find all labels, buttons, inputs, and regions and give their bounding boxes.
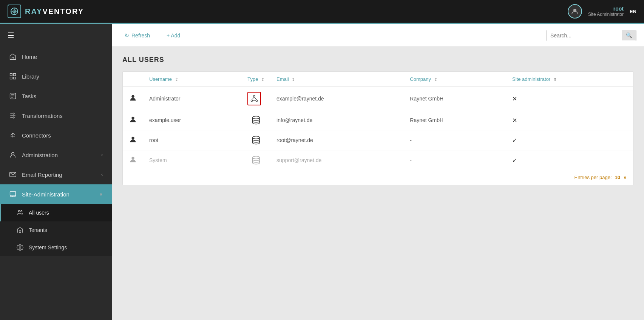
tenants-icon [17, 227, 23, 233]
svg-point-14 [12, 152, 14, 155]
col-site-admin[interactable]: Site administrator ⇕ [506, 72, 633, 87]
row-username-1: Administrator [143, 87, 241, 110]
page-title: ALL USERS [122, 56, 633, 64]
row-company-2: Raynet GmbH [404, 110, 506, 130]
refresh-button[interactable]: ↻ Refresh [119, 30, 155, 41]
col-email[interactable]: Email ⇕ [270, 72, 404, 87]
col-type[interactable]: Type ⇕ [241, 72, 270, 87]
library-icon [9, 73, 17, 80]
sidebar-item-site-administration[interactable]: Site-Administration ∨ [0, 184, 112, 204]
row-type-2 [241, 110, 270, 130]
row-company-1: Raynet GmbH [404, 87, 506, 110]
transformations-icon [9, 112, 17, 119]
topbar-right: root Site Administrator EN [568, 4, 636, 19]
svg-point-35 [252, 156, 259, 159]
site-admin-icon [9, 190, 17, 198]
sort-icon-company: ⇕ [434, 77, 437, 82]
email-reporting-icon [9, 171, 17, 178]
row-email-4: support@raynet.de [270, 150, 404, 170]
x-mark-1: ✕ [512, 96, 517, 102]
menu-toggle[interactable]: ☰ [0, 24, 112, 47]
sidebar-subitem-all-users[interactable]: All users [0, 204, 112, 221]
chevron-down-icon: ∨ [99, 192, 103, 197]
sidebar-subitem-label-system-settings: System Settings [29, 244, 103, 250]
user-info: root Site Administrator [588, 6, 624, 17]
sidebar-subitem-label-tenants: Tenants [29, 227, 103, 233]
row-site-admin-2: ✕ [506, 110, 633, 130]
chevron-right-icon: ‹ [101, 152, 103, 158]
row-avatar-4 [123, 150, 143, 170]
svg-point-20 [21, 210, 22, 212]
table-row[interactable]: Administrator [123, 87, 633, 110]
entries-per-page-value: 10 [615, 175, 620, 180]
table-footer: Entries per page: 10 ∨ [123, 170, 633, 185]
sidebar-item-transformations[interactable]: Transformations [0, 106, 112, 125]
sidebar-item-library[interactable]: Library [0, 66, 112, 86]
sort-icon-username: ⇕ [175, 77, 178, 82]
row-site-admin-4: ✓ [506, 150, 633, 170]
sidebar-item-administration[interactable]: Administration ‹ [0, 145, 112, 165]
sidebar-item-label-library: Library [22, 73, 103, 80]
row-username-2: example.user [143, 110, 241, 130]
administration-icon [9, 151, 17, 159]
sidebar-item-label-email-reporting: Email Reporting [22, 172, 96, 178]
main-content: ↻ Refresh + Add 🔍 ALL USERS [112, 24, 644, 320]
table-row[interactable]: example.user [123, 110, 633, 130]
x-mark-2: ✕ [512, 117, 517, 124]
check-mark-3: ✓ [512, 137, 517, 144]
sidebar-item-label-home: Home [22, 54, 103, 60]
logo-text: RAYVENTORY [25, 7, 84, 16]
row-site-admin-3: ✓ [506, 130, 633, 150]
sidebar-item-label-tasks: Tasks [22, 93, 103, 99]
sidebar-subitem-tenants[interactable]: Tenants [0, 221, 112, 239]
table-row[interactable]: System [123, 150, 633, 170]
sidebar-item-label-site-administration: Site-Administration [22, 191, 94, 198]
logo: RAYVENTORY [8, 5, 84, 18]
svg-rect-7 [14, 74, 16, 76]
sort-icon-type: ⇕ [261, 77, 264, 82]
users-table: Username ⇕ Type ⇕ Email ⇕ [123, 72, 633, 170]
svg-point-22 [19, 247, 21, 249]
search-input[interactable] [547, 30, 622, 41]
refresh-icon: ↻ [125, 32, 129, 39]
svg-line-27 [252, 97, 254, 100]
sidebar-item-label-transformations: Transformations [22, 113, 103, 119]
col-company[interactable]: Company ⇕ [404, 72, 506, 87]
sort-icon-email: ⇕ [292, 77, 295, 82]
toolbar: ↻ Refresh + Add 🔍 [112, 24, 644, 47]
svg-rect-6 [10, 74, 12, 76]
user-role-label: Site Administrator [588, 12, 624, 17]
home-icon [9, 53, 17, 60]
row-avatar-2 [123, 110, 143, 130]
entries-per-page-chevron[interactable]: ∨ [623, 175, 627, 180]
row-avatar-1 [123, 87, 143, 110]
table-header-row: Username ⇕ Type ⇕ Email ⇕ [123, 72, 633, 87]
row-email-2: info@raynet.de [270, 110, 404, 130]
search-button[interactable]: 🔍 [622, 30, 636, 40]
sidebar-subitem-label-all-users: All users [29, 210, 103, 216]
system-settings-icon [17, 244, 23, 251]
sidebar-item-connectors[interactable]: Connectors [0, 125, 112, 145]
add-button[interactable]: + Add [161, 30, 185, 41]
svg-point-32 [131, 136, 134, 139]
sidebar-subitem-system-settings[interactable]: System Settings [0, 239, 112, 256]
avatar [568, 4, 582, 19]
col-username[interactable]: Username ⇕ [143, 72, 241, 87]
logo-icon [8, 5, 21, 18]
col-avatar [123, 72, 143, 87]
svg-rect-9 [14, 77, 16, 79]
sidebar-item-tasks[interactable]: Tasks [0, 86, 112, 106]
chevron-right-icon-email: ‹ [101, 172, 103, 177]
sidebar-item-label-connectors: Connectors [22, 132, 103, 139]
search-box[interactable]: 🔍 [546, 30, 636, 41]
db-type-icon-3 [247, 135, 264, 145]
row-company-3: - [404, 130, 506, 150]
row-company-4: - [404, 150, 506, 170]
table-row[interactable]: root [123, 130, 633, 150]
network-type-icon [247, 92, 261, 105]
row-username-4: System [143, 150, 241, 170]
svg-line-28 [254, 97, 256, 100]
sidebar-item-home[interactable]: Home [0, 47, 112, 66]
sidebar-item-email-reporting[interactable]: Email Reporting ‹ [0, 165, 112, 184]
sort-icon-site-admin: ⇕ [553, 77, 557, 82]
